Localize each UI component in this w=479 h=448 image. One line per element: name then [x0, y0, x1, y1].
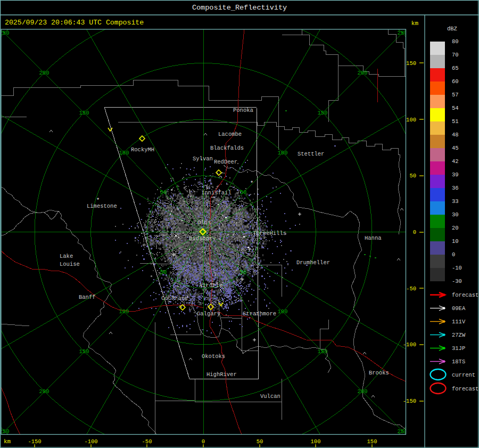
svg-text:100: 100	[278, 150, 288, 156]
svg-text:57: 57	[452, 92, 459, 98]
svg-text:54: 54	[452, 105, 459, 111]
svg-text:Okotoks: Okotoks	[202, 353, 225, 360]
svg-text:Ponoka: Ponoka	[233, 107, 253, 113]
svg-text:36: 36	[452, 185, 459, 191]
svg-text:Louise: Louise	[60, 261, 80, 267]
svg-text:100: 100	[311, 438, 321, 445]
svg-text:Innisfail: Innisfail	[201, 190, 232, 196]
svg-text:18TS: 18TS	[452, 359, 465, 365]
svg-text:-150: -150	[28, 438, 41, 445]
svg-text:50: 50	[240, 269, 247, 275]
svg-text:33: 33	[452, 198, 459, 205]
svg-text:27ZW: 27ZW	[452, 332, 466, 338]
svg-text:31JP: 31JP	[452, 345, 465, 352]
svg-text:111V: 111V	[452, 319, 466, 325]
svg-text:Banff: Banff	[79, 294, 96, 300]
svg-text:Hanna: Hanna	[365, 235, 382, 241]
svg-text:0: 0	[452, 251, 455, 258]
svg-text:*: *	[96, 197, 100, 203]
svg-text:HighRiver: HighRiver	[207, 371, 237, 378]
svg-text:Lacombe: Lacombe	[218, 131, 242, 137]
svg-text:current: current	[452, 372, 475, 378]
svg-text:30: 30	[452, 211, 459, 218]
svg-text:200: 200	[358, 70, 368, 76]
svg-text:Vulcan: Vulcan	[260, 393, 280, 400]
svg-text:km: km	[4, 438, 11, 445]
svg-text:70: 70	[452, 52, 459, 58]
svg-text:100: 100	[119, 308, 129, 315]
svg-text:-50: -50	[142, 438, 152, 445]
svg-text:forecast: forecast	[452, 292, 478, 298]
svg-text:Stettler: Stettler	[298, 151, 324, 157]
svg-text:-50: -50	[406, 286, 416, 292]
svg-text:51: 51	[452, 118, 459, 125]
svg-text:150: 150	[318, 110, 328, 116]
svg-text:forecast: forecast	[452, 386, 478, 392]
svg-text:Limestone: Limestone	[87, 203, 117, 209]
svg-text:100: 100	[278, 308, 288, 315]
svg-text:65: 65	[452, 65, 459, 71]
svg-text:Blackfalds: Blackfalds	[210, 145, 244, 151]
svg-text:50: 50	[160, 189, 167, 196]
svg-text:80: 80	[452, 38, 459, 45]
svg-text:Lake: Lake	[60, 253, 73, 259]
svg-text:100: 100	[406, 117, 416, 123]
svg-text:50: 50	[240, 189, 247, 196]
svg-text:50: 50	[409, 173, 416, 179]
svg-text:Strathmore: Strathmore	[243, 311, 276, 317]
svg-text:Sylvan: Sylvan	[193, 156, 213, 162]
svg-text:150: 150	[79, 348, 89, 355]
svg-text:200: 200	[39, 388, 49, 395]
svg-text:150: 150	[367, 438, 377, 445]
svg-text:10: 10	[452, 238, 459, 245]
svg-text:Composite_Reflectivity: Composite_Reflectivity	[192, 4, 287, 12]
svg-text:48: 48	[452, 132, 459, 138]
svg-text:0: 0	[413, 229, 416, 235]
svg-text:Cochrane: Cochrane	[161, 295, 188, 302]
svg-text:50: 50	[257, 438, 263, 445]
svg-text:60: 60	[452, 78, 459, 85]
svg-text:09EA: 09EA	[452, 305, 466, 312]
svg-text:20: 20	[452, 225, 459, 231]
svg-text:dBZ: dBZ	[447, 26, 457, 32]
svg-text:RedDeer: RedDeer	[214, 159, 237, 165]
svg-text:Airdrie: Airdrie	[199, 282, 222, 289]
svg-text:Brooks: Brooks	[369, 370, 389, 376]
svg-text:-10: -10	[452, 265, 462, 271]
svg-text:-30: -30	[452, 278, 462, 284]
svg-text:150: 150	[318, 348, 328, 355]
svg-text:Calgary: Calgary	[197, 311, 220, 317]
svg-text:ThreeHills: ThreeHills	[253, 230, 286, 237]
svg-text:km: km	[411, 20, 419, 27]
svg-text:Olds: Olds	[197, 219, 211, 226]
svg-text:150: 150	[79, 110, 89, 116]
svg-text:-100: -100	[403, 341, 416, 348]
svg-text:45: 45	[452, 145, 459, 151]
svg-text:42: 42	[452, 158, 459, 165]
svg-text:Drumheller: Drumheller	[296, 259, 330, 266]
svg-text:100: 100	[119, 150, 129, 156]
svg-text:39: 39	[452, 172, 459, 178]
svg-text:RockyMH: RockyMH	[131, 146, 154, 153]
svg-text:150: 150	[406, 60, 416, 67]
svg-text:-100: -100	[84, 438, 97, 445]
svg-text:-150: -150	[403, 398, 416, 404]
svg-text:2025/09/23 20:06:43 UTC Compos: 2025/09/23 20:06:43 UTC Composite	[5, 19, 144, 27]
svg-text:Didsbury: Didsbury	[189, 235, 216, 242]
svg-text:200: 200	[39, 70, 49, 76]
svg-text:0: 0	[202, 438, 205, 445]
svg-text:50: 50	[160, 269, 167, 275]
svg-text:*: *	[250, 180, 254, 186]
svg-text:200: 200	[358, 388, 368, 395]
